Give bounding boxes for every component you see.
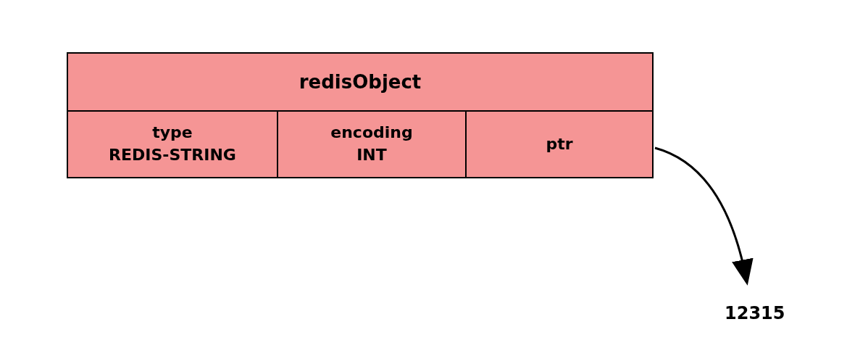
field-type-label: type xyxy=(152,122,193,144)
struct-title: redisObject xyxy=(68,54,652,112)
field-ptr: ptr xyxy=(467,112,652,177)
field-encoding-value: INT xyxy=(356,144,387,167)
struct-fields-row: type REDIS-STRING encoding INT ptr xyxy=(68,112,652,177)
pointer-arrow xyxy=(652,145,797,297)
field-type-value: REDIS-STRING xyxy=(109,144,236,167)
field-ptr-label: ptr xyxy=(546,133,572,156)
field-encoding-label: encoding xyxy=(330,122,412,144)
field-encoding: encoding INT xyxy=(278,112,467,177)
pointer-target-value: 12315 xyxy=(725,303,785,323)
field-type: type REDIS-STRING xyxy=(68,112,278,177)
redis-object-struct: redisObject type REDIS-STRING encoding I… xyxy=(67,52,654,178)
